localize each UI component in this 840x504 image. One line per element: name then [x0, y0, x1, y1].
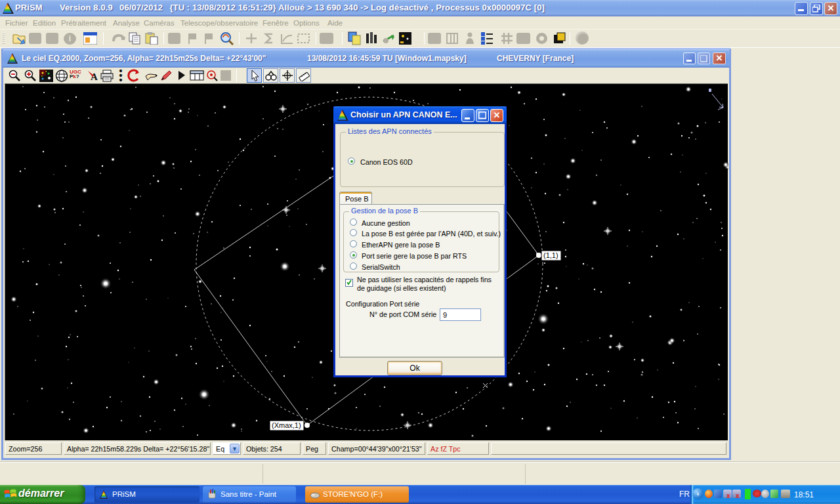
- svg-text:A: A: [91, 72, 98, 82]
- svg-text:(Xmax,1): (Xmax,1): [272, 421, 301, 429]
- svg-text:(1,1): (1,1): [543, 251, 558, 259]
